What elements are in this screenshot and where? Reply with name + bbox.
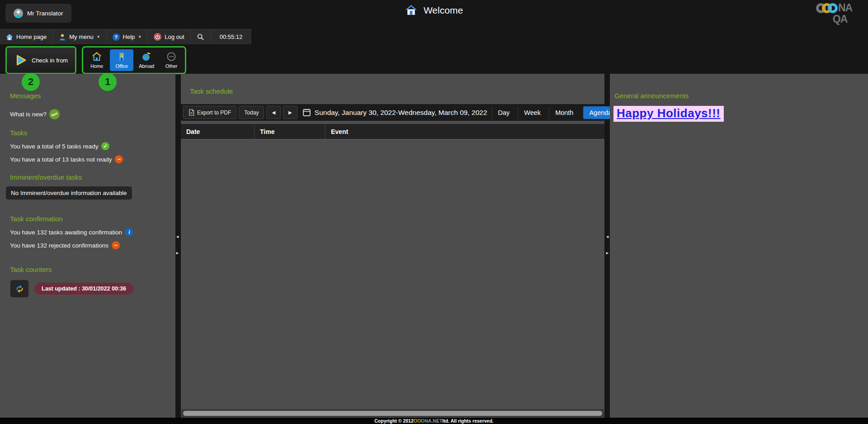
menu-help[interactable]: ? Help ▼ [107, 29, 148, 44]
imminent-empty-message: No Imminent/overdue information availabl… [6, 186, 132, 200]
new-badge-icon: New [50, 110, 59, 119]
checkin-option-abroad[interactable]: Abroad [135, 49, 158, 71]
schedule-title: Task schedule [190, 87, 604, 95]
home-icon [6, 33, 13, 41]
welcome-home-icon [405, 4, 417, 16]
minus-icon: − [115, 155, 123, 163]
copyright-text: Copyright © 2012 [374, 418, 414, 424]
checkin-option-label: Office [116, 63, 128, 69]
refresh-swap-icon [14, 284, 25, 294]
check-in-from-label: Check in from [32, 57, 68, 64]
info-icon: i [125, 228, 133, 236]
announcements-header: General announcements [614, 92, 868, 100]
splitter-collapse-icon[interactable]: ◄ [605, 234, 609, 239]
view-week-button[interactable]: Week [518, 106, 547, 119]
view-month-button[interactable]: Month [549, 106, 579, 119]
awaiting-confirmation-link[interactable]: You have 132 tasks awaiting confirmation… [10, 228, 175, 236]
schedule-panel: Task schedule Export to PDF Today ◀ ▶ Su… [181, 74, 604, 418]
brand-ooona-yellow: OO [414, 418, 421, 424]
splitter-expand-icon[interactable]: ► [605, 251, 609, 255]
user-icon [59, 33, 66, 41]
chevron-down-icon: ▼ [97, 35, 100, 39]
confirmation-header: Task confirmation [10, 215, 175, 223]
checkin-area: Check in from Home Office Abroad Other [5, 46, 186, 74]
brand-ooona-blue: O [421, 418, 425, 424]
arrow-right-icon: ▶ [288, 110, 292, 115]
menu-my-menu[interactable]: My menu ▼ [53, 29, 106, 44]
tasks-ready-label: You have a total of 5 tasks ready [10, 143, 98, 150]
copyright-text-post: ltd. All rights reserved. [442, 418, 493, 424]
checkin-option-office[interactable]: Office [110, 49, 133, 71]
globe-plane-icon [141, 51, 152, 62]
user-avatar-icon [14, 9, 23, 18]
imminent-header: Imminent/overdue tasks [10, 173, 175, 181]
ellipsis-circle-icon [166, 51, 177, 62]
check-in-from-button[interactable]: Check in from [5, 46, 76, 74]
column-header-event[interactable]: Event [325, 124, 604, 139]
view-day-button[interactable]: Day [492, 106, 516, 119]
timer-value: 00:55:12 [220, 33, 243, 40]
today-label: Today [244, 110, 259, 116]
arrow-left-icon: ◀ [272, 110, 275, 115]
horizontal-scrollbar-thumb[interactable] [183, 411, 602, 416]
search-icon [197, 33, 204, 41]
splitter-expand-icon[interactable]: ► [175, 251, 179, 255]
splitter-collapse-icon[interactable]: ◄ [175, 234, 179, 239]
column-header-time[interactable]: Time [254, 124, 325, 139]
awaiting-confirmation-label: You have 132 tasks awaiting confirmation [10, 229, 122, 236]
today-button[interactable]: Today [239, 106, 264, 119]
play-icon [14, 53, 28, 67]
help-icon: ? [113, 33, 120, 41]
logo-text-na: NA [838, 3, 852, 13]
tasks-ready-link[interactable]: You have a total of 5 tasks ready ✓ [10, 142, 175, 150]
footer-copyright: Copyright © 2012 OOONA.NET ltd. All righ… [0, 418, 868, 424]
page-title: Welcome [405, 4, 463, 16]
prev-period-button[interactable]: ◀ [266, 106, 281, 119]
column-header-date[interactable]: Date [181, 124, 254, 139]
check-icon: ✓ [101, 142, 109, 150]
menu-home-page[interactable]: Home page [0, 29, 53, 44]
office-building-icon [116, 51, 127, 62]
chevron-down-icon: ▼ [138, 35, 142, 39]
checkin-option-label: Abroad [139, 63, 154, 69]
schedule-table-header: Date Time Event [181, 124, 604, 140]
rejected-confirmations-link[interactable]: You have 132 rejected confirmations − [10, 241, 175, 249]
horizontal-scrollbar-track [181, 409, 604, 417]
checkin-location-group: Home Office Abroad Other [82, 46, 186, 74]
what-is-new-label: What is new? [10, 111, 47, 118]
next-period-button[interactable]: ▶ [283, 106, 297, 119]
menu-search[interactable] [191, 29, 211, 44]
sidebar-panel: Messages What is new? New Tasks You have… [0, 74, 175, 418]
checkin-option-other[interactable]: Other [160, 49, 183, 71]
counters-header: Task counters [10, 266, 175, 273]
schedule-toolbar: Export to PDF Today ◀ ▶ Sunday, January … [181, 104, 604, 121]
brand-ooona-rest: NA.NET [425, 418, 442, 424]
tasks-not-ready-label: You have a total of 13 tasks not ready [10, 156, 112, 163]
last-updated-badge: Last updated : 30/01/2022 00:36 [34, 283, 133, 295]
logo-ring-blue-icon [828, 3, 838, 13]
logo-text-qa: QA [821, 14, 859, 24]
checkin-option-label: Home [90, 63, 103, 69]
messages-header: Messages [10, 92, 175, 100]
step-badge-2: 2 [22, 73, 40, 91]
menu-logout-label: Log out [165, 33, 184, 40]
export-pdf-label: Export to PDF [197, 110, 231, 116]
announcement-message: Happy Holidays!!! [613, 106, 724, 122]
house-icon [91, 51, 102, 62]
user-name: Mr Translator [27, 10, 63, 17]
menu-my-menu-label: My menu [69, 33, 93, 40]
tasks-header: Tasks [10, 129, 175, 137]
menu-log-out[interactable]: Log out [148, 29, 190, 44]
menu-help-label: Help [123, 33, 135, 40]
refresh-counters-button[interactable] [10, 280, 29, 298]
calendar-icon [302, 108, 311, 117]
checkin-option-label: Other [165, 63, 177, 69]
pdf-file-icon [189, 109, 194, 116]
tasks-not-ready-link[interactable]: You have a total of 13 tasks not ready − [10, 155, 175, 163]
announcements-panel: General announcements Happy Holidays!!! [610, 74, 868, 418]
export-pdf-button[interactable]: Export to PDF [183, 106, 236, 119]
checkin-option-home[interactable]: Home [85, 49, 108, 71]
session-timer: 00:55:12 [211, 29, 252, 44]
user-menu[interactable]: Mr Translator [5, 4, 71, 23]
what-is-new-link[interactable]: What is new? New [10, 110, 175, 119]
